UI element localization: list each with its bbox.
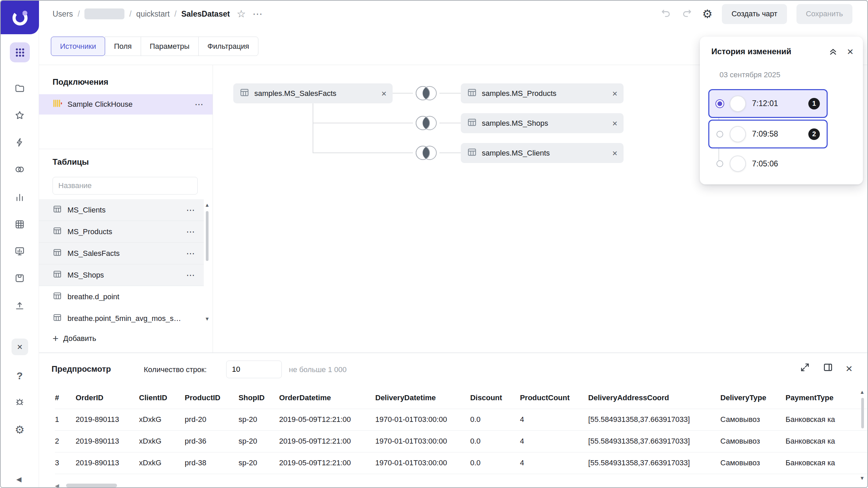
table-node[interactable]: samples.MS_Shops× bbox=[461, 113, 624, 133]
scroll-up-arrow[interactable]: ▲ bbox=[204, 202, 210, 208]
table-menu-icon[interactable]: ⋯ bbox=[186, 271, 196, 280]
table-list-item[interactable]: MS_Clients⋯ bbox=[39, 199, 204, 221]
scroll-down-arrow[interactable]: ▼ bbox=[204, 316, 210, 322]
join-icon[interactable] bbox=[413, 145, 439, 161]
table-list-item[interactable]: breathe.d_point bbox=[39, 286, 204, 308]
favorite-star-icon[interactable]: ☆ bbox=[237, 9, 246, 19]
table-menu-icon[interactable]: ⋯ bbox=[186, 249, 196, 258]
history-item[interactable]: 7:12:011 bbox=[708, 89, 828, 118]
table-node[interactable]: samples.MS_Clients× bbox=[461, 143, 624, 163]
history-item[interactable]: 7:09:582 bbox=[708, 120, 828, 148]
table-cell: 0.0 bbox=[470, 409, 520, 430]
connection-name: Sample ClickHouse bbox=[67, 100, 133, 109]
row-count-hint: не больше 1 000 bbox=[289, 365, 347, 374]
sidebar-star-button[interactable] bbox=[12, 109, 27, 124]
table-cell: 2019-05-09T12:21:00 bbox=[279, 452, 375, 474]
history-close-icon[interactable]: × bbox=[847, 46, 853, 57]
join-icon[interactable] bbox=[413, 85, 439, 101]
sidebar-storage-button[interactable] bbox=[12, 272, 27, 287]
table-list-item[interactable]: breathe.point_5min_avg_mos_s… bbox=[39, 308, 204, 329]
topbar: Users / / quickstart / SalesDataset ☆ ⋯ … bbox=[39, 1, 867, 27]
tab-Фильтрация[interactable]: Фильтрация bbox=[198, 37, 258, 56]
settings-gear-icon[interactable]: ⚙ bbox=[702, 8, 712, 20]
table-node[interactable]: samples.MS_Products× bbox=[461, 83, 624, 103]
node-close-icon[interactable]: × bbox=[612, 89, 617, 98]
table-search-input[interactable] bbox=[53, 177, 198, 195]
history-radio[interactable] bbox=[716, 160, 723, 167]
tab-Параметры[interactable]: Параметры bbox=[141, 37, 199, 56]
table-cell: 2019-05-09T12:21:00 bbox=[279, 409, 375, 430]
horizontal-scrollbar-thumb[interactable] bbox=[66, 484, 117, 487]
table-cell: xDxkG bbox=[139, 430, 185, 452]
table-list-item[interactable]: MS_Shops⋯ bbox=[39, 264, 204, 286]
table-cell: sp-20 bbox=[238, 409, 279, 430]
node-close-icon[interactable]: × bbox=[381, 89, 387, 98]
breadcrumb-hidden-item[interactable] bbox=[84, 8, 124, 19]
table-cell: 2 bbox=[55, 430, 76, 452]
table-menu-icon[interactable]: ⋯ bbox=[186, 206, 196, 215]
table-cell: 2019-05-09T12:21:00 bbox=[279, 430, 375, 452]
breadcrumb-workbook[interactable]: quickstart bbox=[136, 9, 170, 19]
scroll-down-arrow[interactable]: ▼ bbox=[860, 475, 865, 481]
table-menu-icon[interactable]: ⋯ bbox=[186, 227, 196, 236]
history-radio[interactable] bbox=[716, 131, 723, 138]
node-close-icon[interactable]: × bbox=[612, 149, 617, 158]
column-header: DeliveryAddressCoord bbox=[588, 387, 721, 409]
history-radio[interactable] bbox=[715, 99, 724, 108]
sidebar-collapse-button[interactable]: ◀ bbox=[16, 475, 21, 483]
table-cell: xDxkG bbox=[139, 409, 185, 430]
sidebar-help-button[interactable]: ? bbox=[12, 368, 27, 383]
add-table-button[interactable]: + Добавить bbox=[53, 333, 96, 344]
table-list-item[interactable]: MS_SalesFacts⋯ bbox=[39, 243, 204, 264]
sidebar-folder-button[interactable] bbox=[12, 82, 27, 97]
sidebar-bar-chart-button[interactable] bbox=[12, 191, 27, 206]
table-list-item[interactable]: MS_Products⋯ bbox=[39, 221, 204, 243]
create-chart-button[interactable]: Создать чарт bbox=[722, 4, 787, 24]
star-icon bbox=[14, 110, 25, 123]
tab-Поля[interactable]: Поля bbox=[105, 37, 141, 56]
sidebar-bug-button[interactable] bbox=[12, 395, 27, 410]
node-close-icon[interactable]: × bbox=[612, 119, 617, 128]
sidebar-rings-button[interactable] bbox=[12, 163, 27, 178]
more-actions-icon[interactable]: ⋯ bbox=[253, 9, 263, 19]
table-icon bbox=[53, 269, 62, 281]
connection-menu-icon[interactable]: ⋯ bbox=[195, 100, 204, 109]
undo-icon[interactable] bbox=[660, 7, 672, 21]
apps-grid-button[interactable] bbox=[10, 42, 30, 62]
sidebar-close-button[interactable]: × bbox=[12, 339, 28, 355]
join-icon[interactable] bbox=[413, 115, 439, 131]
vertical-scrollbar-thumb[interactable] bbox=[861, 398, 864, 428]
column-header: # bbox=[55, 387, 76, 409]
column-header: PaymentType bbox=[786, 387, 867, 409]
save-button[interactable]: Сохранить bbox=[796, 4, 852, 24]
join-line bbox=[313, 103, 313, 153]
preview-title: Предпросмотр bbox=[52, 364, 111, 374]
preview-close-icon[interactable]: × bbox=[846, 363, 852, 374]
scrollbar-thumb[interactable] bbox=[206, 211, 209, 261]
sidebar-lightning-button[interactable] bbox=[12, 136, 27, 151]
breadcrumb-users[interactable]: Users bbox=[53, 9, 73, 19]
sidebar-gear-button[interactable]: ⚙ bbox=[12, 422, 27, 437]
table-name: breathe.d_point bbox=[67, 292, 119, 301]
table-cell: sp-20 bbox=[238, 430, 279, 452]
sidebar-grid-button[interactable] bbox=[12, 218, 27, 233]
row-count-input[interactable] bbox=[226, 361, 282, 378]
table-node-root[interactable]: samples.MS_SalesFacts× bbox=[233, 83, 393, 103]
sidebar-monitor-chart-button[interactable] bbox=[12, 245, 27, 260]
datalens-logo[interactable] bbox=[1, 1, 39, 34]
tab-Источники[interactable]: Источники bbox=[51, 37, 105, 56]
table-icon bbox=[53, 313, 62, 324]
redo-icon[interactable] bbox=[681, 7, 693, 21]
clickhouse-icon bbox=[53, 99, 62, 110]
history-panel: История изменений × 03 сентября 2025 7:1… bbox=[700, 37, 863, 184]
sidebar-upload-button[interactable] bbox=[12, 299, 27, 314]
scroll-left-arrow[interactable]: ◀ bbox=[55, 483, 59, 487]
history-item[interactable]: 7:05:06 bbox=[708, 152, 828, 176]
collapse-all-icon[interactable] bbox=[828, 46, 838, 57]
scroll-up-arrow[interactable]: ▲ bbox=[860, 389, 865, 395]
expand-icon[interactable] bbox=[800, 362, 810, 375]
connection-item[interactable]: Sample ClickHouse ⋯ bbox=[39, 94, 213, 115]
storage-icon bbox=[14, 273, 25, 286]
bug-icon bbox=[14, 396, 25, 409]
dock-panel-icon[interactable] bbox=[823, 362, 833, 375]
